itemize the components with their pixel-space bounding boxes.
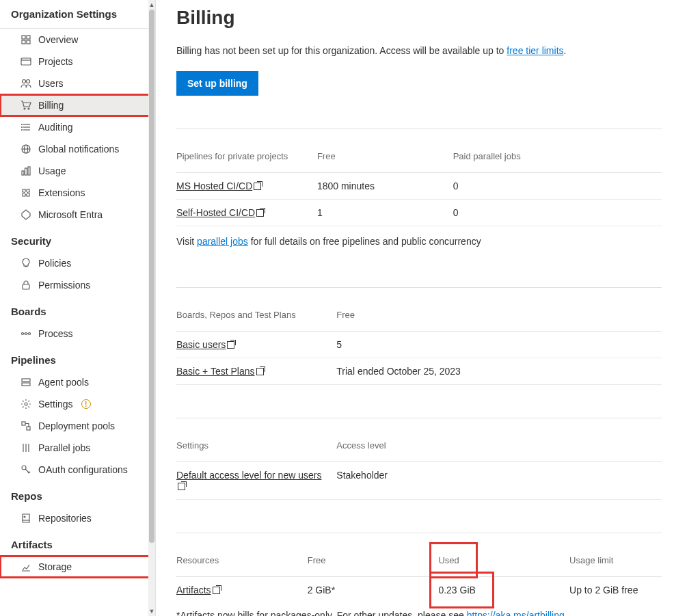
intro-pre: Billing has not been set up for this org… bbox=[176, 45, 507, 56]
col-header: Boards, Repos and Test Plans bbox=[176, 299, 336, 332]
svg-rect-2 bbox=[22, 40, 25, 44]
chart-icon bbox=[21, 561, 31, 572]
sidebar-item-storage[interactable]: Storage bbox=[0, 556, 155, 578]
sidebar-item-label: Microsoft Entra bbox=[38, 209, 103, 220]
external-link-icon bbox=[227, 341, 234, 349]
col-header: Resources bbox=[176, 544, 308, 577]
row-free: 1800 minutes bbox=[317, 173, 453, 200]
svg-rect-3 bbox=[27, 40, 30, 44]
sidebar-group-title: Pipelines bbox=[0, 345, 155, 371]
sidebar-group-title: Security bbox=[0, 226, 155, 252]
sidebar-item-label: Agent pools bbox=[38, 377, 89, 388]
scroll-track[interactable] bbox=[148, 10, 155, 606]
svg-point-9 bbox=[28, 108, 29, 109]
row-label[interactable]: Basic users bbox=[176, 332, 336, 358]
warning-icon: ! bbox=[81, 399, 91, 409]
table-row: Basic + Test PlansTrial ended October 25… bbox=[176, 358, 662, 385]
external-link-icon bbox=[256, 368, 264, 375]
pipelines-table: Pipelines for private projects Free Paid… bbox=[176, 140, 662, 254]
col-header: Free bbox=[336, 299, 662, 332]
sidebar-item-oauth-configurations[interactable]: OAuth configurations bbox=[0, 459, 155, 481]
bars-icon bbox=[21, 165, 31, 176]
cart-icon bbox=[21, 100, 31, 111]
artbilling-link[interactable]: https://aka.ms/artbilling bbox=[467, 610, 565, 616]
sidebar-item-settings[interactable]: Settings! bbox=[0, 393, 155, 415]
row-free: 2 GiB* bbox=[308, 577, 439, 604]
page-title: Billing bbox=[176, 7, 662, 29]
row-label[interactable]: MS Hosted CI/CD bbox=[176, 173, 317, 200]
sidebar-group-title: Boards bbox=[0, 296, 155, 323]
row-label[interactable]: Self-Hosted CI/CD bbox=[176, 200, 317, 226]
table-row: MS Hosted CI/CD1800 minutes0 bbox=[176, 173, 662, 200]
table-row: Default access level for new users Stake… bbox=[176, 462, 662, 500]
sidebar-item-projects[interactable]: Projects bbox=[0, 51, 155, 72]
sidebar-item-label: Users bbox=[38, 78, 64, 89]
sidebar-item-usage[interactable]: Usage bbox=[0, 160, 155, 182]
lock-icon bbox=[21, 280, 31, 291]
svg-rect-4 bbox=[21, 58, 31, 65]
row-label[interactable]: Basic + Test Plans bbox=[176, 358, 336, 385]
sidebar-item-auditing[interactable]: Auditing bbox=[0, 116, 155, 138]
sidebar-item-users[interactable]: Users bbox=[0, 72, 155, 94]
users-icon bbox=[21, 78, 31, 89]
svg-point-7 bbox=[27, 80, 30, 83]
external-link-icon bbox=[254, 183, 261, 190]
globe-icon bbox=[21, 144, 31, 155]
sidebar-group-title: Repos bbox=[0, 481, 155, 507]
scroll-up-arrow[interactable]: ▲ bbox=[149, 0, 155, 10]
col-header: Free bbox=[308, 544, 439, 577]
sidebar-scrollbar[interactable]: ▲ ▼ bbox=[148, 0, 155, 616]
sidebar-item-label: Overview bbox=[38, 34, 78, 45]
scroll-thumb[interactable] bbox=[149, 10, 154, 543]
svg-point-6 bbox=[23, 80, 26, 83]
sidebar-item-label: Deployment pools bbox=[38, 420, 115, 431]
parallel-jobs-link[interactable]: parallel jobs bbox=[197, 236, 248, 247]
sidebar-item-label: Permissions bbox=[38, 280, 90, 291]
svg-point-30 bbox=[25, 403, 27, 405]
free-tier-link[interactable]: free tier limits bbox=[507, 45, 563, 56]
sidebar-item-overview[interactable]: Overview bbox=[0, 29, 155, 51]
boards-section: Boards, Repos and Test Plans Free Basic … bbox=[176, 287, 662, 385]
svg-rect-29 bbox=[22, 383, 30, 386]
row-label[interactable]: Artifacts bbox=[176, 577, 308, 604]
sidebar-group-title: Artifacts bbox=[0, 529, 155, 556]
repo-icon bbox=[21, 513, 31, 524]
svg-rect-1 bbox=[27, 36, 30, 39]
row-value: Stakeholder bbox=[336, 462, 662, 500]
svg-point-13 bbox=[22, 124, 23, 125]
sidebar-item-extensions[interactable]: Extensions bbox=[0, 182, 155, 204]
sidebar-item-billing[interactable]: Billing bbox=[0, 94, 155, 116]
sidebar-item-microsoft-entra[interactable]: Microsoft Entra bbox=[0, 204, 155, 226]
sidebar: Organization Settings OverviewProjectsUs… bbox=[0, 0, 156, 616]
row-label[interactable]: Default access level for new users bbox=[176, 462, 336, 500]
sidebar-item-label: Auditing bbox=[38, 122, 73, 133]
svg-point-8 bbox=[24, 108, 25, 109]
row-free: 5 bbox=[336, 332, 662, 358]
svg-rect-32 bbox=[27, 427, 30, 430]
sidebar-item-label: Global notifications bbox=[38, 144, 119, 155]
card-icon bbox=[21, 56, 31, 67]
external-link-icon bbox=[178, 483, 185, 490]
row-limit: Up to 2 GiB free bbox=[569, 577, 662, 604]
svg-point-24 bbox=[25, 333, 27, 335]
sidebar-item-permissions[interactable]: Permissions bbox=[0, 274, 155, 296]
settings-section: Settings Access level Default access lev… bbox=[176, 418, 662, 500]
col-header: Settings bbox=[176, 429, 336, 462]
table-row: Basic users5 bbox=[176, 332, 662, 358]
svg-rect-22 bbox=[23, 284, 29, 289]
sidebar-item-deployment-pools[interactable]: Deployment pools bbox=[0, 415, 155, 437]
sidebar-item-policies[interactable]: Policies bbox=[0, 252, 155, 274]
sidebar-item-parallel-jobs[interactable]: Parallel jobs bbox=[0, 437, 155, 459]
sidebar-item-agent-pools[interactable]: Agent pools bbox=[0, 371, 155, 393]
sidebar-item-repositories[interactable]: Repositories bbox=[0, 507, 155, 529]
setup-billing-button[interactable]: Set up billing bbox=[176, 71, 258, 96]
sidebar-item-global-notifications[interactable]: Global notifications bbox=[0, 138, 155, 160]
svg-point-23 bbox=[22, 333, 24, 335]
sidebar-item-process[interactable]: Process bbox=[0, 323, 155, 345]
boards-table: Boards, Repos and Test Plans Free Basic … bbox=[176, 299, 662, 385]
svg-rect-20 bbox=[25, 168, 27, 175]
col-header: Pipelines for private projects bbox=[176, 140, 317, 173]
scroll-down-arrow[interactable]: ▼ bbox=[149, 606, 155, 616]
intro-post: . bbox=[564, 45, 567, 56]
svg-point-25 bbox=[29, 333, 31, 335]
